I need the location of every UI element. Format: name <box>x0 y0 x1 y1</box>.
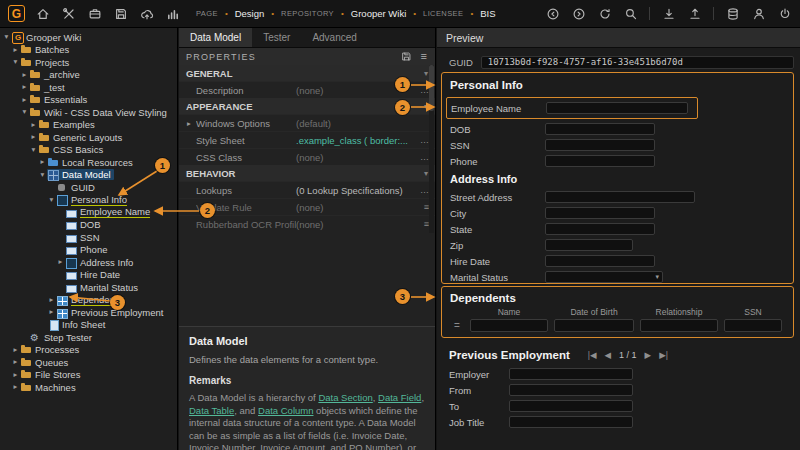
property-value[interactable]: (none) <box>296 202 417 213</box>
dependents-cell-input-date-of-birth[interactable] <box>554 319 634 332</box>
toolbox-icon[interactable] <box>87 6 102 21</box>
properties-scrollbar[interactable] <box>429 65 434 233</box>
pager-next-button[interactable]: ▶ <box>645 350 652 360</box>
tree-item-grooper-wiki[interactable]: ▾Grooper Wiki <box>0 31 177 44</box>
tree-item-employee-name[interactable]: Employee Name <box>0 206 177 219</box>
to-input[interactable] <box>509 400 633 412</box>
property-value[interactable]: (0 Lookup Specifications) <box>296 185 417 196</box>
tree-item-phone[interactable]: Phone <box>0 244 177 257</box>
tree-item-local-resources[interactable]: ▸Local Resources <box>0 156 177 169</box>
property-value[interactable]: (none) <box>296 152 417 163</box>
tree-item-previous-employment[interactable]: ▸Previous Employment <box>0 306 177 319</box>
employer-input[interactable] <box>509 368 633 380</box>
help-link[interactable]: Data Section <box>318 392 372 403</box>
download-icon[interactable] <box>661 6 676 21</box>
employee-name-input[interactable] <box>546 102 688 114</box>
chevron-right-icon[interactable]: ▸ <box>38 156 47 168</box>
tab-data-model[interactable]: Data Model <box>179 28 252 47</box>
chevron-down-icon[interactable]: ▾ <box>11 56 20 68</box>
tree-item-processes[interactable]: ▸Processes <box>0 344 177 357</box>
chevron-right-icon[interactable]: ▸ <box>20 81 29 93</box>
tree-item-test[interactable]: ▸_test <box>0 81 177 94</box>
chevron-down-icon[interactable]: ▾ <box>29 144 38 156</box>
dependents-cell-input-name[interactable] <box>470 319 548 332</box>
tab-tester[interactable]: Tester <box>252 28 301 47</box>
help-link[interactable]: Data Table <box>189 405 234 416</box>
tree-item-address-info[interactable]: ▸Address Info <box>0 256 177 269</box>
tree-item-info-sheet[interactable]: Info Sheet <box>0 319 177 332</box>
tree-item-batches[interactable]: ▸Batches <box>0 44 177 57</box>
save-icon[interactable] <box>400 51 412 63</box>
search-icon[interactable] <box>623 6 638 21</box>
menu-icon[interactable]: ≡ <box>420 51 428 62</box>
tree-item-hire-date[interactable]: Hire Date <box>0 269 177 282</box>
tree-item-examples[interactable]: ▸Examples <box>0 119 177 132</box>
job-title-input[interactable] <box>509 416 633 428</box>
tree-item-essentials[interactable]: ▸Essentials <box>0 94 177 107</box>
meta-page-value[interactable]: Design <box>235 8 265 19</box>
pager-last-button[interactable]: ▶| <box>659 350 668 360</box>
phone-input[interactable] <box>545 155 655 167</box>
upload-icon[interactable] <box>687 6 702 21</box>
chevron-down-icon[interactable]: ▾ <box>38 169 47 181</box>
nav-forward-icon[interactable] <box>571 6 586 21</box>
city-input[interactable] <box>545 207 655 219</box>
tree-item-projects[interactable]: ▾Projects <box>0 56 177 69</box>
chevron-right-icon[interactable]: ▸ <box>11 44 20 56</box>
tree-item-data-model[interactable]: ▾Data Model <box>0 169 177 182</box>
chevron-down-icon[interactable]: ▾ <box>20 106 29 118</box>
tab-advanced[interactable]: Advanced <box>301 28 367 47</box>
expander-icon[interactable]: ▸ <box>187 119 196 128</box>
chevron-right-icon[interactable]: ▸ <box>11 344 20 356</box>
tools-icon[interactable] <box>61 6 76 21</box>
tree-item-queues[interactable]: ▸Queues <box>0 356 177 369</box>
dependents-cell-input-ssn[interactable] <box>724 319 782 332</box>
tree-item-personal-info[interactable]: ▾Personal Info <box>0 194 177 207</box>
dependents-cell-input-relationship[interactable] <box>640 319 718 332</box>
tree-item-wiki-css-data-view-styling[interactable]: ▾Wiki - CSS Data View Styling <box>0 106 177 119</box>
chevron-right-icon[interactable]: ▸ <box>29 131 38 143</box>
chevron-right-icon[interactable]: ▸ <box>47 306 56 318</box>
chevron-right-icon[interactable]: ▸ <box>11 356 20 368</box>
tree-item-dependents[interactable]: ▸Dependents <box>0 294 177 307</box>
meta-repository-value[interactable]: Grooper Wiki <box>351 8 406 19</box>
chevron-down-icon[interactable]: ▾ <box>2 31 11 43</box>
database-icon[interactable] <box>725 6 740 21</box>
help-link[interactable]: Data Field <box>378 392 421 403</box>
state-input[interactable] <box>545 223 655 235</box>
stats-icon[interactable] <box>165 6 180 21</box>
pager-first-button[interactable]: |◀ <box>588 350 597 360</box>
pager-prev-button[interactable]: ◀ <box>605 350 612 360</box>
zip-input[interactable] <box>545 239 633 251</box>
nav-back-icon[interactable] <box>545 6 560 21</box>
cloud-upload-icon[interactable] <box>139 6 154 21</box>
hire-date-input[interactable] <box>545 255 655 267</box>
tree-item-machines[interactable]: ▸Machines <box>0 381 177 394</box>
property-group-behavior[interactable]: BEHAVIOR▾ <box>179 165 435 181</box>
tree-item-css-basics[interactable]: ▾CSS Basics <box>0 144 177 157</box>
chevron-down-icon[interactable]: ▾ <box>47 194 56 206</box>
tree-item-ssn[interactable]: SSN <box>0 231 177 244</box>
property-value[interactable]: .example_class ( border:... <box>296 135 417 146</box>
tree-item-dob[interactable]: DOB <box>0 219 177 232</box>
chevron-right-icon[interactable]: ▸ <box>11 381 20 393</box>
meta-licensee-value[interactable]: BIS <box>480 8 495 19</box>
property-value[interactable]: (default) <box>296 118 435 129</box>
marital-status-select[interactable]: ▾ <box>545 271 663 283</box>
ssn-input[interactable] <box>545 139 655 151</box>
scrollbar-thumb[interactable] <box>429 65 434 111</box>
save-icon[interactable] <box>113 6 128 21</box>
from-input[interactable] <box>509 384 633 396</box>
dob-input[interactable] <box>545 123 655 135</box>
chevron-right-icon[interactable]: ▸ <box>29 119 38 131</box>
chevron-right-icon[interactable]: ▸ <box>20 69 29 81</box>
tree-item-marital-status[interactable]: Marital Status <box>0 281 177 294</box>
tree-item-archive[interactable]: ▸_archive <box>0 69 177 82</box>
tree-item-guid[interactable]: GUID <box>0 181 177 194</box>
chevron-right-icon[interactable]: ▸ <box>11 369 20 381</box>
tree-item-step-tester[interactable]: Step Tester <box>0 331 177 344</box>
power-icon[interactable] <box>777 6 792 21</box>
chevron-right-icon[interactable]: ▸ <box>20 94 29 106</box>
tree-item-generic-layouts[interactable]: ▸Generic Layouts <box>0 131 177 144</box>
chevron-right-icon[interactable]: ▸ <box>47 294 56 306</box>
